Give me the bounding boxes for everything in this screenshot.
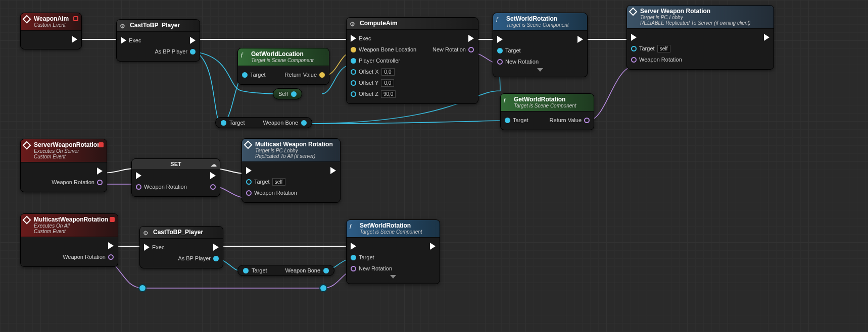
pin-label: Offset Y: [359, 80, 378, 86]
exec-out-pin[interactable]: [764, 34, 769, 41]
exec-out-pin[interactable]: [97, 168, 103, 175]
node-title: GetWorldRotation: [514, 96, 590, 103]
target-pin[interactable]: [631, 46, 637, 51]
pin-value[interactable]: self: [657, 45, 670, 52]
node-weaponaim-event[interactable]: WeaponAim Custom Event: [20, 13, 82, 49]
object-out-pin[interactable]: [213, 256, 219, 261]
exec-out-pin[interactable]: [330, 167, 336, 174]
pill-weapon-bone-2[interactable]: Target Weapon Bone: [237, 265, 334, 276]
pin-label: As BP Player: [155, 48, 187, 54]
rotator-in-pin[interactable]: [136, 184, 141, 190]
node-set-variable[interactable]: SET ☁ Weapon Rotation: [131, 158, 220, 197]
pill-label: Self: [278, 91, 288, 97]
exec-out-pin[interactable]: [190, 37, 196, 44]
node-title: SetWorldRotation: [506, 15, 583, 22]
node-title: ComputeAim: [360, 20, 474, 27]
target-pin[interactable]: [242, 72, 248, 78]
node-header: MulticastWeaponRotation Executes On All …: [21, 214, 118, 237]
target-pin[interactable]: [505, 118, 510, 123]
function-icon: f: [504, 97, 511, 104]
pin-label: Return Value: [285, 72, 317, 78]
rotator-in-pin[interactable]: [631, 57, 637, 63]
node-server-weapon-rotation-call[interactable]: Server Weapon Rotation Target is PC Lobb…: [626, 5, 774, 70]
pin-label: Target: [513, 117, 528, 123]
pin-label: Exec: [359, 35, 371, 41]
pill-label: Weapon Bone: [263, 120, 299, 126]
exec-out-pin[interactable]: [430, 243, 436, 250]
node-getworldrotation[interactable]: f GetWorldRotation Target is Scene Compo…: [500, 93, 594, 130]
rotator-out-pin[interactable]: [97, 180, 103, 185]
exec-in-pin[interactable]: [351, 243, 356, 250]
reroute-node[interactable]: [320, 285, 326, 291]
node-title: Server Weapon Rotation: [640, 8, 769, 15]
pin-label: Exec: [129, 37, 141, 43]
delegate-pin[interactable]: [110, 217, 115, 222]
exec-in-pin[interactable]: [144, 244, 150, 251]
exec-in-pin[interactable]: [136, 172, 141, 179]
pin-value[interactable]: self: [272, 178, 285, 186]
node-title: CastToBP_Player: [130, 22, 196, 29]
float-in-pin[interactable]: [351, 80, 356, 86]
vector-in-pin[interactable]: [351, 47, 356, 52]
target-in-pin[interactable]: [221, 120, 226, 126]
exec-in-pin[interactable]: [351, 35, 356, 42]
node-multicastweaponrotation-event[interactable]: MulticastWeaponRotation Executes On All …: [20, 213, 118, 267]
node-multicast-weapon-rotation-call[interactable]: Multicast Weapon Rotation Target is PC L…: [242, 138, 341, 203]
reroute-node[interactable]: [139, 285, 146, 291]
rotator-out-pin[interactable]: [468, 47, 474, 52]
replicated-icon: ☁: [211, 161, 217, 168]
object-in-pin[interactable]: [351, 58, 356, 64]
node-header: WeaponAim Custom Event: [21, 13, 81, 31]
exec-out-pin[interactable]: [577, 36, 583, 43]
exec-in-pin[interactable]: [497, 36, 503, 43]
exec-in-pin[interactable]: [121, 37, 126, 44]
node-title: GetWorldLocation: [251, 50, 325, 58]
rotator-out-pin[interactable]: [108, 254, 114, 260]
expand-chevron-icon[interactable]: [390, 275, 396, 279]
node-serverweaponrotation-event[interactable]: ServerWeaponRotation Executes On Server …: [20, 139, 107, 192]
delegate-pin[interactable]: [99, 142, 104, 147]
rotator-out-pin[interactable]: [584, 118, 590, 123]
target-pin[interactable]: [351, 255, 356, 260]
rotator-in-pin[interactable]: [497, 59, 503, 65]
node-setworldrotation-1[interactable]: f SetWorldRotation Target is Scene Compo…: [493, 13, 588, 77]
float-in-pin[interactable]: [351, 69, 356, 75]
object-out-pin[interactable]: [301, 120, 307, 126]
node-setworldrotation-2[interactable]: f SetWorldRotation Target is Scene Compo…: [346, 219, 440, 284]
exec-out-pin[interactable]: [213, 244, 219, 251]
pill-self[interactable]: Self: [273, 88, 302, 99]
exec-out-pin[interactable]: [108, 242, 114, 249]
pin-value[interactable]: 90,0: [381, 90, 396, 98]
exec-in-pin[interactable]: [631, 34, 637, 41]
node-title: SET: [170, 161, 181, 167]
object-out-pin[interactable]: [190, 49, 196, 54]
rotator-in-pin[interactable]: [351, 266, 356, 271]
expand-chevron-icon[interactable]: [537, 68, 543, 72]
pill-weapon-bone-1[interactable]: Target Weapon Bone: [215, 117, 312, 128]
rotator-in-pin[interactable]: [246, 190, 252, 196]
pin-value[interactable]: 0,0: [381, 68, 395, 76]
pill-label: Target: [252, 267, 267, 273]
target-in-pin[interactable]: [243, 268, 249, 273]
node-getworldlocation[interactable]: f GetWorldLocation Target is Scene Compo…: [237, 48, 329, 85]
node-computeaim[interactable]: ⚙ ComputeAim Exec Weapon Bone Location N…: [346, 17, 478, 104]
target-pin[interactable]: [246, 179, 252, 185]
exec-out-pin[interactable]: [468, 35, 474, 42]
float-in-pin[interactable]: [351, 91, 356, 97]
exec-in-pin[interactable]: [246, 167, 252, 174]
object-out-pin[interactable]: [291, 91, 297, 97]
object-out-pin[interactable]: [323, 268, 329, 273]
target-pin[interactable]: [497, 48, 503, 53]
node-header: ⚙ CastToBP_Player: [140, 227, 223, 239]
rotator-out-pin[interactable]: [210, 184, 216, 190]
vector-out-pin[interactable]: [319, 72, 325, 78]
gear-icon: ⚙: [143, 230, 150, 237]
node-cast-bp-player-2[interactable]: ⚙ CastToBP_Player Exec As BP Player: [139, 226, 223, 268]
exec-out-pin[interactable]: [72, 36, 77, 43]
exec-out-pin[interactable]: [210, 172, 216, 179]
node-cast-bp-player-1[interactable]: ⚙ CastToBP_Player Exec As BP Player: [116, 19, 200, 62]
pin-value[interactable]: 0,0: [381, 79, 394, 87]
node-subtitle: RELIABLE Replicated To Server (if owning…: [640, 20, 769, 26]
gear-icon: ⚙: [120, 23, 127, 30]
delegate-pin[interactable]: [73, 16, 78, 21]
